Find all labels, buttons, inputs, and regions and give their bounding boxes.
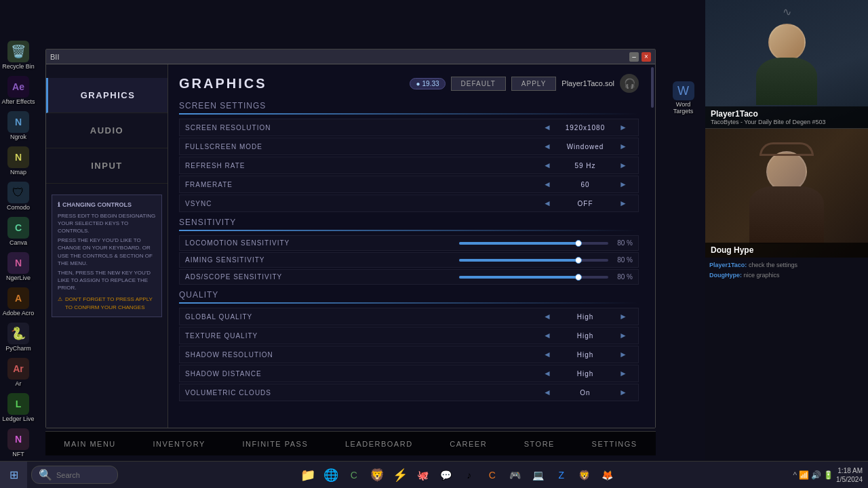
ads-slider-thumb[interactable]	[575, 274, 582, 281]
taskbar-app-5[interactable]: 💻	[528, 464, 549, 486]
nav-audio[interactable]: AUDIO	[46, 113, 167, 148]
arrow-left-vsync[interactable]: ◄	[540, 199, 554, 208]
taskbar-app-chrome[interactable]: C	[343, 464, 365, 486]
desktop-icon-ledger[interactable]: L Ledger Live	[1, 391, 35, 425]
setting-row-shadow-res[interactable]: SHADOW RESOLUTION ◄ High ►	[179, 346, 639, 363]
taskbar-app-ff[interactable]: 🦊	[597, 464, 618, 486]
taskbar-app-zoom[interactable]: Z	[551, 464, 572, 486]
aiming-slider-track[interactable]	[459, 259, 608, 262]
setting-row-refresh[interactable]: REFRESH RATE ◄ 59 Hz ►	[179, 157, 639, 174]
setting-row-resolution[interactable]: SCREEN RESOLUTION ◄ 1920x1080 ►	[179, 119, 639, 136]
taskbar-app-discord[interactable]: 💬	[435, 464, 457, 486]
setting-row-ads[interactable]: ADS/SCOPE SENSITIVITY 80 %	[179, 269, 639, 285]
desktop-icon-adobe[interactable]: A Adobe Acro	[1, 285, 35, 319]
minimize-button[interactable]: –	[629, 52, 639, 62]
desktop-icon-ngerlive[interactable]: N NgerLive	[1, 250, 35, 284]
desktop-icon-ngrok[interactable]: N Ngrok	[1, 109, 35, 143]
arrow-right-resolution[interactable]: ►	[616, 123, 630, 132]
desktop-icon-aftereffects[interactable]: Ae After Effects	[1, 74, 35, 108]
nav-main-menu[interactable]: MAIN MENU	[58, 437, 121, 451]
setting-row-texture-quality[interactable]: TEXTURE QUALITY ◄ High ►	[179, 327, 639, 344]
streamer-2-name: Doug Hype	[711, 245, 863, 255]
ads-slider-fill	[459, 276, 578, 279]
start-button[interactable]: ⊞	[0, 462, 27, 489]
aiming-slider-thumb[interactable]	[575, 257, 582, 264]
setting-row-volumetric-clouds[interactable]: VOLUMETRIC CLOUDS ◄ On ►	[179, 384, 639, 401]
arrow-right-shadow-dist[interactable]: ►	[616, 369, 630, 378]
ads-slider-track[interactable]	[459, 276, 608, 279]
scrollbar-thumb[interactable]	[651, 67, 654, 108]
nav-store[interactable]: STORE	[519, 437, 560, 451]
locomotion-slider-thumb[interactable]	[575, 240, 582, 247]
setting-row-locomotion[interactable]: LOCOMOTION SENSITIVITY 80 %	[179, 235, 639, 251]
search-input[interactable]	[56, 471, 111, 479]
arrow-right-framerate[interactable]: ►	[616, 180, 630, 189]
setting-row-global-quality[interactable]: GLOBAL QUALITY ◄ High ►	[179, 308, 639, 325]
desktop-icon-nmap[interactable]: N Nmap	[1, 144, 35, 178]
desktop-icon-recycle[interactable]: 🗑️ Recycle Bin	[1, 39, 35, 73]
nav-career[interactable]: CAREER	[444, 437, 492, 451]
arrow-left-volumetric-clouds[interactable]: ◄	[540, 388, 554, 397]
scrollbar[interactable]	[650, 64, 655, 428]
taskbar-search[interactable]: 🔍	[31, 466, 118, 484]
apply-button[interactable]: APPLY	[511, 77, 557, 91]
arrow-right-global-quality[interactable]: ►	[616, 312, 630, 321]
coin-icon: ●	[416, 80, 420, 87]
arrow-left-shadow-res[interactable]: ◄	[540, 350, 554, 359]
streamer-cam-2-bg	[705, 129, 868, 258]
arrow-left-fullscreen[interactable]: ◄	[540, 142, 554, 151]
streamer-cam-1: ∿ Player1Taco TacoBytes - Your Daily Bit…	[705, 0, 868, 129]
nav-input[interactable]: INPUT	[46, 148, 167, 184]
taskbar-app-brave2[interactable]: 🦁	[574, 464, 595, 486]
taskbar-app-git[interactable]: 🐙	[412, 464, 434, 486]
setting-row-fullscreen[interactable]: FULLSCREEN MODE ◄ Windowed ►	[179, 138, 639, 155]
arrow-right-volumetric-clouds[interactable]: ►	[616, 388, 630, 397]
desktop-icon-canva[interactable]: C Canva	[1, 215, 35, 249]
arrow-left-global-quality[interactable]: ◄	[540, 312, 554, 321]
arrow-right-vsync[interactable]: ►	[616, 199, 630, 208]
arrow-right-shadow-res[interactable]: ►	[616, 350, 630, 359]
setting-row-framerate[interactable]: FRAMERATE ◄ 60 ►	[179, 176, 639, 193]
tray-volume[interactable]: 🔊	[811, 470, 821, 480]
close-button[interactable]: ×	[642, 52, 651, 62]
desktop-icon-nft[interactable]: N NFT	[1, 426, 35, 460]
arrow-right-fullscreen[interactable]: ►	[616, 142, 630, 151]
taskbar-app-vscode[interactable]: ⚡	[389, 464, 411, 486]
streamer-cam-2: Doug Hype	[705, 129, 868, 258]
nav-graphics[interactable]: GRAPHICS	[46, 78, 167, 113]
setting-row-vsync[interactable]: VSYNC ◄ OFF ►	[179, 195, 639, 212]
taskbar-right: ^ 📶 🔊 🔋 1:18 AM 1/5/2024	[793, 466, 868, 484]
desktop-icon-ar[interactable]: Ar Ar	[1, 356, 35, 390]
desktop-icon-word[interactable]: W Word Targets	[667, 81, 701, 115]
taskbar-app-edge[interactable]: 🌐	[320, 464, 342, 486]
setting-row-aiming[interactable]: AIMING SENSITIVITY 80 %	[179, 252, 639, 268]
desktop-icon-pycharm[interactable]: 🐍 PyCharm	[1, 321, 35, 354]
taskbar-app-tiktok[interactable]: ♪	[458, 464, 480, 486]
locomotion-slider-track[interactable]	[459, 242, 608, 245]
window-titlebar: BII – ×	[46, 49, 655, 64]
tray-battery[interactable]: 🔋	[823, 470, 833, 480]
taskbar-app-brave[interactable]: 🦁	[366, 464, 388, 486]
arrow-left-resolution[interactable]: ◄	[540, 123, 554, 132]
arrow-right-refresh[interactable]: ►	[616, 161, 630, 170]
arrow-left-refresh[interactable]: ◄	[540, 161, 554, 170]
arrow-left-texture-quality[interactable]: ◄	[540, 331, 554, 340]
window-controls: – ×	[629, 52, 651, 62]
nav-inventory[interactable]: INVENTORY	[147, 437, 210, 451]
default-button[interactable]: DEFAULT	[451, 77, 506, 91]
tray-arrow[interactable]: ^	[793, 470, 797, 480]
chat-message-2: DougHype: nice graphics	[709, 272, 864, 280]
arrow-right-texture-quality[interactable]: ►	[616, 331, 630, 340]
nav-leaderboard[interactable]: LEADERBOARD	[340, 437, 418, 451]
taskbar-apps: 📁 🌐 C 🦁 ⚡ 🐙 💬 ♪ C 🎮 💻 Z 🦁 🦊	[122, 464, 793, 486]
arrow-left-framerate[interactable]: ◄	[540, 180, 554, 189]
nav-infinite-pass[interactable]: INFINITE PASS	[237, 437, 313, 451]
desktop-icon-comodo[interactable]: 🛡 Comodo	[1, 180, 35, 214]
taskbar-app-explorer[interactable]: 📁	[297, 464, 319, 486]
taskbar-app-chrome2[interactable]: C	[481, 464, 503, 486]
taskbar-app-4[interactable]: 🎮	[505, 464, 526, 486]
setting-row-shadow-dist[interactable]: SHADOW DISTANCE ◄ High ►	[179, 365, 639, 382]
tray-network[interactable]: 📶	[799, 470, 809, 480]
arrow-left-shadow-dist[interactable]: ◄	[540, 369, 554, 378]
nav-settings[interactable]: SETTINGS	[587, 437, 643, 451]
